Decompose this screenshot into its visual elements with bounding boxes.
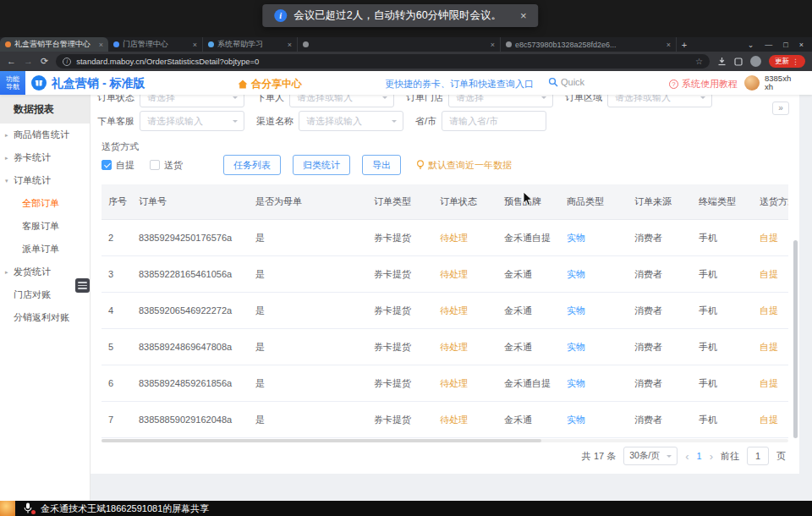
share-user-avatar xyxy=(0,501,15,516)
user-name[interactable]: 8385xh xh xyxy=(765,74,791,91)
filter-group: 下单客服请选择或输入 xyxy=(97,111,244,131)
filter-select[interactable]: 请选择 xyxy=(140,95,244,107)
sidebar-item-订单统计[interactable]: ▾订单统计 xyxy=(0,169,90,192)
cell-seq: 4 xyxy=(102,305,132,316)
table-row[interactable]: 483859206546922272a是券卡提货待处理金禾通实物消费者手机自提 xyxy=(102,293,788,329)
button-归类统计[interactable]: 归类统计 xyxy=(293,155,350,175)
sidebar-item-派单订单[interactable]: 派单订单 xyxy=(0,238,90,261)
button-任务列表[interactable]: 任务列表 xyxy=(223,155,281,175)
url-bar[interactable]: i standard.maboy.cn/OrderStatisticsDetai… xyxy=(56,54,710,69)
cell-seq: 5 xyxy=(102,342,132,352)
table-row[interactable]: 583858924869647808a是券卡提货待处理金禾通实物消费者手机自提 xyxy=(102,329,788,365)
filter-select[interactable]: 请选择或输入 xyxy=(607,95,712,107)
browser-tab[interactable]: 系统帮助学习× xyxy=(203,37,298,52)
sidebar-item-商品销售统计[interactable]: ▸商品销售统计 xyxy=(0,124,90,146)
browser-tab[interactable]: 礼盒营销平台管理中心× xyxy=(0,37,108,52)
close-icon[interactable]: × xyxy=(799,41,804,49)
cell-terminal: 手机 xyxy=(692,414,753,426)
tab-close-icon[interactable]: × xyxy=(288,41,292,49)
filter-input[interactable]: 请输入省/市 xyxy=(442,111,546,131)
sidebar-item-分销返利对账[interactable]: 分销返利对账 xyxy=(0,306,90,329)
table-horizontal-scrollbar[interactable] xyxy=(102,439,788,442)
checkbox-box[interactable] xyxy=(150,160,160,170)
prev-page-icon[interactable]: ‹ xyxy=(685,450,689,463)
browser-update-chip[interactable]: 更新 ⋮ xyxy=(769,55,805,68)
site-info-icon[interactable]: i xyxy=(63,58,71,66)
maximize-icon[interactable]: □ xyxy=(783,41,787,49)
cell-product_type[interactable]: 实物 xyxy=(560,305,628,317)
download-icon[interactable] xyxy=(717,57,727,66)
sidebar-item-label: 券卡统计 xyxy=(14,151,51,164)
browser-menu-icon[interactable]: ⋮ xyxy=(792,58,799,66)
browser-tab[interactable]: × xyxy=(298,37,501,52)
cell-status: 待处理 xyxy=(433,232,497,244)
tab-close-icon[interactable]: × xyxy=(491,41,495,49)
tab-label: 礼盒营销平台管理中心 xyxy=(14,39,96,50)
cell-product_type[interactable]: 实物 xyxy=(560,341,628,354)
cell-product_type[interactable]: 实物 xyxy=(560,414,628,426)
goto-page-input[interactable]: 1 xyxy=(747,447,769,465)
cell-seq: 2 xyxy=(102,233,132,243)
checkbox-box[interactable] xyxy=(102,160,112,170)
table-row[interactable]: 283859294250176576a是券卡提货待处理金禾通自提实物消费者手机自… xyxy=(102,220,788,256)
table-row[interactable]: 683858924859261856a是券卡提货待处理金禾通自提实物消费者手机自… xyxy=(102,365,788,402)
user-avatar[interactable] xyxy=(744,75,760,91)
browser-profile-avatar[interactable] xyxy=(750,56,761,67)
browser-tab[interactable]: 门店管理中心× xyxy=(108,37,203,52)
collapse-filters-button[interactable]: » xyxy=(772,102,789,115)
filter-label: 省/市 xyxy=(415,115,436,128)
filter-select[interactable]: 请选择或输入 xyxy=(140,111,244,131)
tab-search-icon[interactable]: ⌄ xyxy=(748,41,754,49)
page-size-select[interactable]: 30条/页 xyxy=(623,447,678,465)
tab-close-icon[interactable]: × xyxy=(667,41,671,49)
forward-icon[interactable]: → xyxy=(24,57,33,66)
extensions-icon[interactable] xyxy=(734,58,743,66)
filter-select[interactable]: 请选择 xyxy=(448,95,553,107)
tab-close-icon[interactable]: × xyxy=(99,41,103,49)
quick-search-label: Quick xyxy=(561,77,584,87)
sidebar-item-客服订单[interactable]: 客服订单 xyxy=(0,215,90,238)
tab-close-icon[interactable]: × xyxy=(193,41,197,49)
filter-select[interactable]: 请选择或输入 xyxy=(289,95,394,107)
new-tab-button[interactable]: + xyxy=(677,37,692,52)
sidebar-item-全部订单[interactable]: 全部订单 xyxy=(0,192,90,215)
quick-entry-link[interactable]: 更快捷的券卡、订单和快递查询入口 xyxy=(385,78,534,91)
browser-tab[interactable]: e8c573980b1328a258fd2e6...× xyxy=(501,37,677,52)
url-text[interactable]: standard.maboy.cn/OrderStatisticsDetail?… xyxy=(76,57,690,66)
sidebar-item-label: 门店对账 xyxy=(14,288,51,301)
dock-handle[interactable] xyxy=(75,278,90,293)
cell-brand: 金禾通 xyxy=(497,305,560,317)
nav-toggle-line1: 功能 xyxy=(6,75,19,83)
table-row[interactable]: 783858859029162048a是券卡提货待处理金禾通实物消费者手机自提 xyxy=(102,402,788,438)
browser-tab-strip: 礼盒营销平台管理中心×门店管理中心×系统帮助学习××e8c573980b1328… xyxy=(0,37,812,52)
function-nav-toggle[interactable]: 功能 导航 xyxy=(0,71,25,95)
cell-order_type: 券卡提货 xyxy=(367,341,433,354)
tutorial-link[interactable]: ? 系统使用教程 xyxy=(669,78,738,91)
current-page[interactable]: 1 xyxy=(697,451,702,461)
back-icon[interactable]: ← xyxy=(7,57,16,66)
order-statistics-panel: 订单状态请选择下单人请选择或输入订单门店请选择订单区域请选择或输入 下单客服请选… xyxy=(91,95,799,474)
reload-icon[interactable]: ⟳ xyxy=(41,57,48,66)
cell-product_type[interactable]: 实物 xyxy=(560,268,628,281)
table-vertical-scrollbar[interactable] xyxy=(793,240,798,438)
goto-label: 前往 xyxy=(721,450,739,463)
pagination: 共 17 条 30条/页 ‹ 1 › 前往 1 页 xyxy=(582,447,786,465)
minimize-icon[interactable]: — xyxy=(765,41,772,49)
toast-close-icon[interactable]: × xyxy=(520,9,527,22)
filter-select[interactable]: 请选择或输入 xyxy=(299,111,403,131)
sidebar-item-券卡统计[interactable]: ▸券卡统计 xyxy=(0,146,90,169)
table-row[interactable]: 383859228165461056a是券卡提货待处理金禾通实物消费者手机自提 xyxy=(102,256,788,293)
checkbox-自提[interactable]: 自提 xyxy=(102,159,134,172)
cell-order_no: 83858859029162048a xyxy=(132,414,249,425)
quick-search[interactable]: Quick xyxy=(548,77,584,87)
share-center-link[interactable]: 合分享中心 xyxy=(238,77,302,91)
cell-product_type[interactable]: 实物 xyxy=(560,377,628,390)
cell-is_parent: 是 xyxy=(249,268,367,281)
checkbox-label: 送货 xyxy=(164,159,183,172)
button-导出[interactable]: 导出 xyxy=(362,155,401,175)
column-header: 订单状态 xyxy=(433,195,497,208)
bookmark-star-icon[interactable]: ☆ xyxy=(695,57,703,66)
checkbox-送货[interactable]: 送货 xyxy=(150,159,183,172)
next-page-icon[interactable]: › xyxy=(710,450,713,463)
cell-product_type[interactable]: 实物 xyxy=(560,232,628,244)
